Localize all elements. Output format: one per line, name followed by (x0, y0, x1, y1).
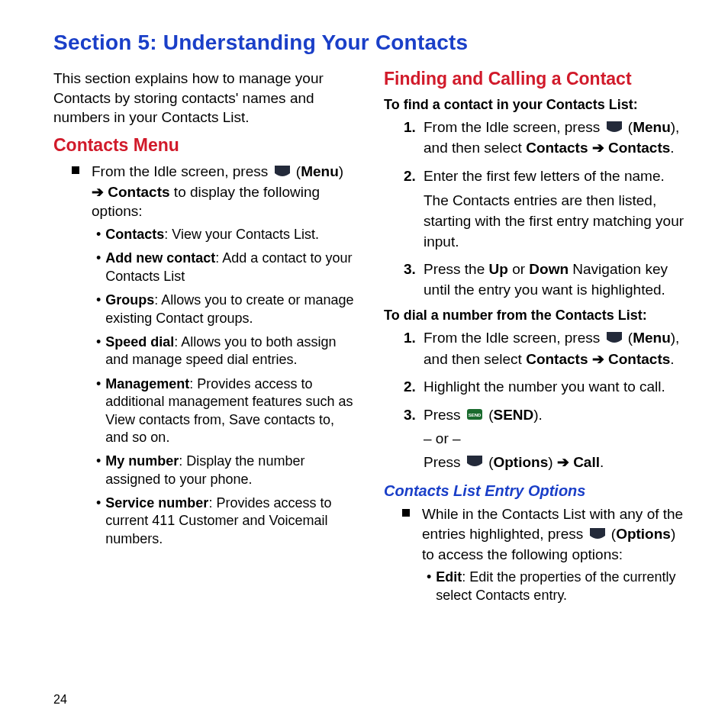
step-item: From the Idle screen, press (Menu), and … (404, 118, 690, 159)
dial-steps: From the Idle screen, press (Menu), and … (404, 328, 690, 473)
softkey-left-icon (274, 163, 291, 182)
menu-key-label: Menu (301, 163, 339, 179)
find-contact-subheading: To find a contact in your Contacts List: (384, 97, 690, 113)
page-number: 24 (53, 693, 67, 707)
list-item: •My number: Display the number assigned … (96, 453, 359, 488)
square-bullet-icon (402, 509, 410, 517)
step-item: From the Idle screen, press (Menu), and … (404, 328, 690, 369)
send-key-icon: SEND (466, 406, 483, 427)
softkey-left-icon (466, 453, 483, 473)
step-item: Press the Up or Down Navigation key unti… (404, 259, 690, 300)
entry-options-list: •Edit: Edit the properties of the curren… (427, 569, 690, 604)
contacts-bold: Contacts (108, 184, 169, 200)
softkey-left-icon (606, 118, 623, 139)
list-item: •Add new contact: Add a contact to your … (96, 250, 359, 285)
left-column: This section explains how to manage your… (53, 69, 359, 610)
softkey-left-icon (589, 525, 606, 545)
list-item: •Groups: Allows you to create or manage … (96, 292, 359, 327)
list-item: •Service number: Provides access to curr… (96, 494, 359, 548)
softkey-left-icon (606, 329, 623, 350)
finding-calling-heading: Finding and Calling a Contact (384, 69, 690, 89)
list-item: •Edit: Edit the properties of the curren… (427, 569, 690, 604)
contacts-menu-heading: Contacts Menu (53, 135, 359, 156)
section-title: Section 5: Understanding Your Contacts (53, 31, 690, 55)
or-separator: – or – (424, 429, 690, 449)
list-item: •Speed dial: Allows you to both assign a… (96, 333, 359, 369)
list-item: •Management: Provides access to addition… (96, 375, 359, 447)
two-column-layout: This section explains how to manage your… (53, 69, 690, 610)
step-item: Press SEND (SEND). – or – Press (Options… (404, 405, 690, 473)
arrow-icon: ➔ (92, 184, 104, 200)
list-item: •Contacts: View your Contacts List. (96, 226, 359, 243)
right-column: Finding and Calling a Contact To find a … (384, 69, 690, 610)
lead-text-pre: From the Idle screen, press (92, 163, 272, 179)
entry-options-heading: Contacts List Entry Options (384, 482, 690, 500)
dial-number-subheading: To dial a number from the Contacts List: (384, 308, 690, 324)
manual-page: Section 5: Understanding Your Contacts T… (0, 0, 728, 728)
square-bullet-icon (72, 166, 79, 174)
step-item: Highlight the number you want to call. (404, 377, 690, 398)
step-item: Enter the first few letters of the name.… (404, 166, 690, 252)
svg-text:SEND: SEND (469, 413, 482, 417)
entry-options-lead: While in the Contacts List with any of t… (402, 504, 690, 564)
contacts-menu-options: •Contacts: View your Contacts List. •Add… (96, 226, 359, 548)
contacts-menu-lead: From the Idle screen, press (Menu) ➔ Con… (72, 162, 359, 221)
intro-paragraph: This section explains how to manage your… (53, 69, 359, 127)
find-steps: From the Idle screen, press (Menu), and … (404, 118, 690, 300)
